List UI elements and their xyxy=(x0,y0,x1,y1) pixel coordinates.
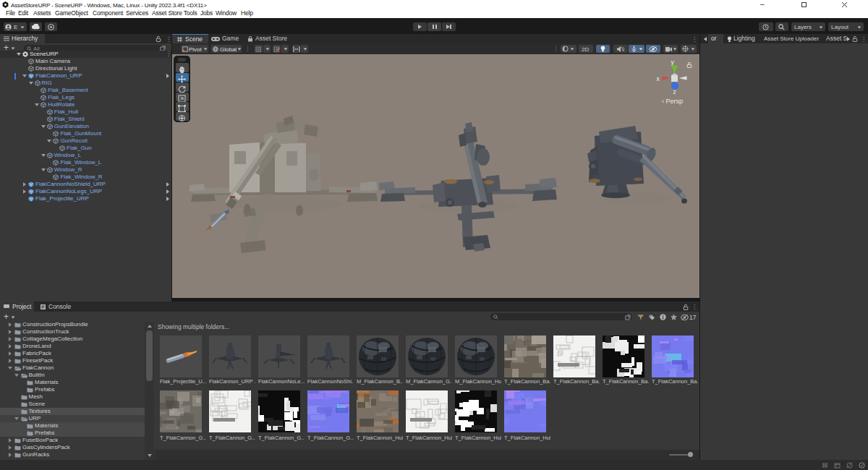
svg-text:y: y xyxy=(671,59,675,66)
svg-text:x: x xyxy=(657,75,660,82)
svg-text:z: z xyxy=(673,88,676,95)
